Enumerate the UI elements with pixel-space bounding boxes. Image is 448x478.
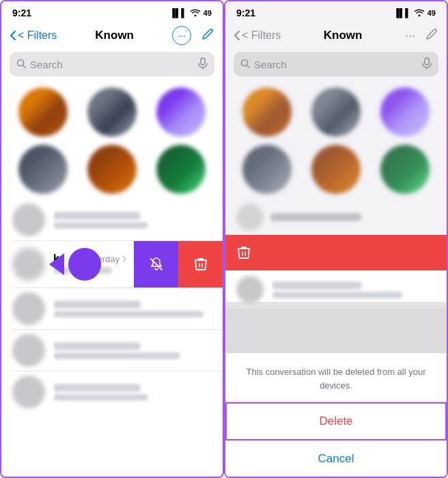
svg-rect-1 — [201, 58, 205, 65]
sheet-container: This conversation will be deleted from a… — [225, 353, 447, 477]
conv-item-1[interactable] — [1, 199, 223, 240]
right-small-content — [270, 211, 436, 223]
swipe-content: k Yesterday — [53, 253, 127, 276]
sheet-message-text: This conversation will be deleted from a… — [246, 367, 425, 391]
contact-avatar-2[interactable] — [87, 87, 137, 137]
right-small-avatar — [236, 203, 264, 231]
right-signal-icon: ▐▌▌ — [393, 8, 411, 18]
right-name-blur — [270, 213, 361, 221]
right-conv-avatar-1 — [236, 276, 264, 303]
contact-avatar-6[interactable] — [156, 145, 206, 194]
conv-preview-blur-1 — [53, 222, 148, 229]
left-phone-panel: 9:21 ▐▌▌ 49 < Filters Known — [0, 0, 224, 478]
left-search-bar[interactable]: Search — [10, 52, 214, 76]
conv-content-3 — [53, 340, 212, 361]
left-status-time: 9:21 — [12, 8, 31, 18]
right-contact-avatar-3[interactable] — [380, 87, 430, 137]
ellipsis-icon: ··· — [178, 30, 186, 41]
svg-rect-4 — [425, 58, 429, 65]
contact-avatar-5[interactable] — [87, 145, 137, 194]
right-conv-name-blur-1 — [272, 281, 362, 290]
conv-content-1 — [53, 210, 212, 231]
right-mic-icon[interactable] — [422, 57, 432, 72]
conv-item-3[interactable] — [1, 330, 223, 371]
sheet-delete-button[interactable]: Delete — [225, 402, 447, 440]
left-status-bar: 9:21 ▐▌▌ 49 — [1, 1, 223, 22]
right-conv-content-1 — [272, 279, 436, 300]
right-status-time: 9:21 — [236, 8, 255, 18]
right-contacts-grid — [225, 82, 447, 199]
left-contacts-grid — [1, 82, 223, 199]
right-battery-icon: 49 — [428, 9, 436, 17]
conv-name-blur-2 — [53, 300, 141, 309]
left-nav-actions: ··· — [172, 26, 214, 45]
sheet-delete-label: Delete — [319, 414, 352, 427]
sheet-cancel-label: Cancel — [318, 452, 354, 465]
contact-avatar-4[interactable] — [18, 145, 68, 194]
conv-avatar-2 — [12, 292, 45, 325]
swipe-action-buttons — [134, 241, 223, 287]
mute-button[interactable] — [134, 241, 178, 287]
swipe-row[interactable]: k Yesterday — [1, 241, 223, 287]
right-search-placeholder: Search — [254, 59, 418, 70]
sheet-overlay: This conversation will be deleted from a… — [225, 302, 447, 477]
delete-button[interactable] — [178, 241, 223, 287]
right-conv-preview-blur-1 — [272, 292, 403, 298]
wifi-icon — [190, 8, 201, 18]
right-wifi-icon — [414, 8, 425, 18]
left-compose-button[interactable] — [201, 27, 214, 44]
conv-avatar-1 — [12, 203, 45, 236]
conv-avatar-3 — [12, 334, 45, 367]
conv-preview-blur-3 — [53, 352, 180, 359]
right-ellipsis-icon: ··· — [405, 29, 415, 43]
left-status-icons: ▐▌▌ 49 — [169, 8, 212, 18]
right-search-icon — [240, 59, 250, 70]
conv-name-blur-1 — [53, 212, 141, 220]
right-nav-title: Known — [324, 29, 363, 42]
right-contact-avatar-1[interactable] — [242, 87, 292, 137]
contact-avatar-3[interactable] — [156, 87, 206, 137]
delete-bar-trash-icon — [236, 244, 251, 261]
conv-item-2[interactable] — [1, 288, 223, 329]
conv-preview-blur-2 — [53, 311, 204, 318]
conv-avatar-4 — [12, 376, 45, 408]
swipe-name-row: k Yesterday — [53, 253, 127, 265]
sheet-message-container: This conversation will be deleted from a… — [225, 353, 447, 402]
contact-avatar-1[interactable] — [18, 87, 68, 137]
conv-name-blur-3 — [53, 342, 141, 350]
left-nav-title: Known — [95, 29, 134, 42]
left-filters-label: < Filters — [18, 29, 57, 42]
right-contact-avatar-5[interactable] — [311, 145, 361, 194]
right-filters-label: < Filters — [242, 29, 281, 42]
left-nav-bar: < Filters Known ··· — [1, 22, 223, 52]
swipe-time: Yesterday — [81, 254, 127, 264]
conv-preview-blur-4 — [53, 394, 148, 401]
right-contact-avatar-4[interactable] — [242, 145, 292, 194]
left-search-placeholder: Search — [30, 59, 194, 70]
right-nav-bar: < Filters Known ··· — [225, 22, 447, 52]
left-search-icon — [16, 59, 26, 70]
left-back-button[interactable]: < Filters — [10, 29, 57, 42]
left-more-button[interactable]: ··· — [172, 26, 191, 45]
delete-action-bar[interactable] — [225, 235, 447, 270]
conv-content-2 — [53, 298, 212, 320]
right-contact-avatar-6[interactable] — [380, 145, 430, 194]
right-nav-actions: ··· — [405, 27, 438, 44]
signal-icon: ▐▌▌ — [169, 8, 187, 18]
conv-content-4 — [53, 382, 212, 403]
conv-name-blur-4 — [53, 384, 141, 392]
right-status-bar: 9:21 ▐▌▌ 49 — [225, 1, 447, 22]
right-contact-avatar-2[interactable] — [311, 87, 361, 137]
sheet-cancel-button[interactable]: Cancel — [225, 440, 447, 477]
right-back-button[interactable]: < Filters — [234, 29, 281, 42]
conv-item-4[interactable] — [1, 371, 223, 412]
swipe-preview-blur — [53, 267, 112, 274]
right-status-icons: ▐▌▌ 49 — [393, 8, 436, 18]
right-compose-button[interactable] — [425, 27, 438, 44]
right-search-bar[interactable]: Search — [234, 52, 438, 76]
right-phone-panel: 9:21 ▐▌▌ 49 < Filters Known ··· — [224, 0, 448, 478]
swipe-avatar — [12, 248, 45, 281]
left-mic-icon[interactable] — [198, 57, 208, 72]
swipe-name: k — [53, 253, 59, 265]
right-small-avatar-row — [225, 199, 447, 235]
